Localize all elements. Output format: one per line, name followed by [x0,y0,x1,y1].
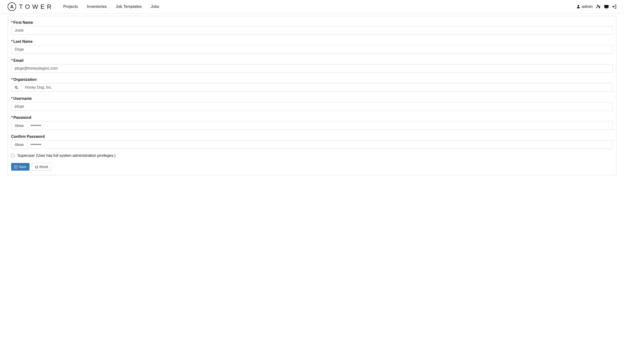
header: A TOWER Projects Inventories Job Templat… [0,0,624,14]
logo-icon: A [8,2,16,11]
svg-rect-0 [604,5,609,8]
first-name-label: *First Name [11,21,613,25]
field-last-name: *Last Name [11,39,613,54]
password-label: *Password [11,115,613,120]
first-name-input[interactable] [11,26,613,35]
username-label: *Username [11,97,613,101]
undo-icon [35,165,38,168]
last-name-input[interactable] [11,45,613,54]
logo-text: TOWER [19,3,54,10]
nav-jobs[interactable]: Jobs [151,4,159,9]
check-icon [14,165,17,168]
last-name-label: *Last Name [11,39,613,44]
svg-line-4 [17,88,18,89]
password-show-button[interactable]: Show [11,121,27,130]
search-icon [15,86,18,89]
svg-rect-1 [606,8,607,8]
monitor-icon[interactable] [604,5,609,9]
superuser-checkbox[interactable] [11,154,15,157]
confirm-password-label: Confirm Password [11,134,613,139]
user-form-panel: *First Name *Last Name *Email *Organizat… [8,16,616,175]
svg-rect-2 [605,8,608,9]
email-input[interactable] [11,64,613,73]
logout-icon[interactable] [612,4,616,9]
superuser-label: Superuser (User has full system administ… [17,154,115,158]
nav-inventories[interactable]: Inventories [87,4,107,9]
nav-projects[interactable]: Projects [63,4,78,9]
superuser-row: Superuser (User has full system administ… [11,154,613,158]
organization-lookup-button[interactable] [11,83,21,92]
field-organization: *Organization [11,78,613,92]
current-user-name: admin [582,4,593,9]
field-first-name: *First Name [11,21,613,35]
field-confirm-password: Confirm Password Show [11,134,613,149]
field-password: *Password Show [11,115,613,130]
email-label: *Email [11,58,613,63]
confirm-password-show-button[interactable]: Show [11,140,27,149]
form-buttons: Save Reset [11,163,613,171]
nav-job-templates[interactable]: Job Templates [116,4,142,9]
organization-label: *Organization [11,78,613,82]
current-user[interactable]: admin [576,4,593,9]
svg-point-3 [15,86,17,88]
organization-input[interactable] [21,83,613,92]
confirm-password-input[interactable] [27,140,613,149]
settings-icon[interactable] [596,4,601,9]
field-email: *Email [11,58,613,73]
field-username: *Username [11,97,613,111]
reset-button[interactable]: Reset [32,163,51,171]
username-input[interactable] [11,102,613,111]
logo[interactable]: A TOWER [8,2,54,11]
header-right: admin [576,4,616,9]
password-input[interactable] [27,121,613,130]
save-button[interactable]: Save [11,163,29,171]
main-nav: Projects Inventories Job Templates Jobs [63,4,576,9]
user-icon [576,5,580,9]
